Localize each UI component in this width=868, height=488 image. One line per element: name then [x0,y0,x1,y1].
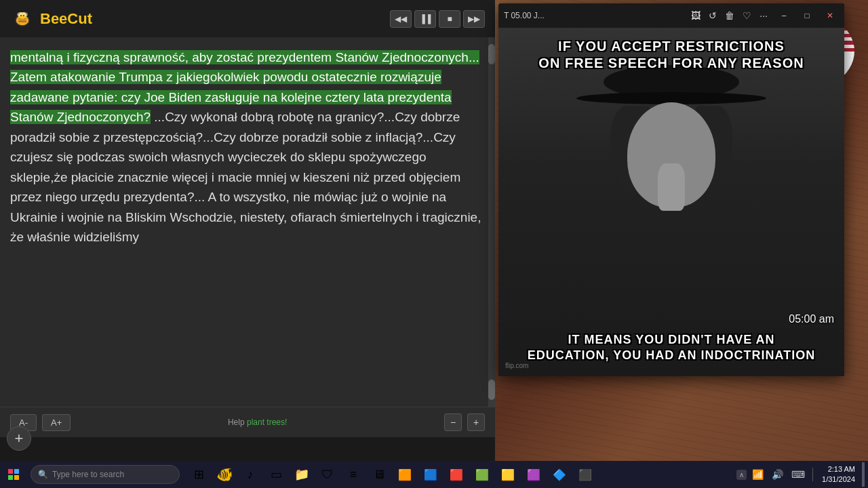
stop-button[interactable]: ■ [439,10,460,28]
add-button[interactable]: + [7,426,31,451]
tray-battery-icon[interactable]: ⌨ [789,469,808,480]
tray-network-icon[interactable]: 📶 [749,469,766,480]
svg-rect-12 [14,475,19,480]
meme-text-bottom: IT MEANS YOU DIDN'T HAVE ANEDUCATION, YO… [498,332,844,363]
playback-controls: ◀◀ ▐▐ ■ ▶▶ [390,10,485,28]
beecut-app: BeeCut ◀◀ ▐▐ ■ ▶▶ mentalną i fizyczną sp… [0,0,495,437]
article-text: mentalną i fizyczną sprawność, aby zosta… [10,47,485,247]
video-image-icon[interactable]: 🖼 [689,8,703,23]
browser-window-icon[interactable]: ▭ [264,462,288,487]
vpn-icon[interactable]: 🛡 [315,462,340,487]
bee-logo-icon [10,7,35,31]
taskbar-search-placeholder: Type here to search [52,470,124,479]
scrollbar[interactable] [488,37,495,407]
svg-rect-9 [8,469,13,474]
taskbar-search-icon: 🔍 [38,470,48,479]
app-icon-3[interactable]: 🟥 [444,462,469,487]
svg-point-8 [23,15,24,16]
video-maximize-button[interactable]: □ [798,7,816,24]
taskbar-pinned-icons: ⊞ 🐠 ♪ ▭ 📁 🛡 ≡ 🖥 🟧 🟦 🟥 🟩 🟨 🟪 🔷 ⬛ [186,462,597,487]
show-desktop-button[interactable] [862,462,865,487]
clown-fish-icon[interactable]: 🐠 [212,462,237,487]
video-player-header: T 05.00 J... 🖼 ↺ 🗑 ♡ ··· – □ ✕ [498,3,844,28]
start-button[interactable] [0,461,27,488]
video-more-icon[interactable]: ··· [757,8,770,23]
font-larger-button[interactable]: A+ [42,414,71,431]
app-icon-5[interactable]: 🟨 [496,462,520,487]
scrollbar-thumb-up[interactable] [488,44,495,64]
prev-button[interactable]: ◀◀ [390,10,412,28]
next-button[interactable]: ▶▶ [463,10,485,28]
windows-logo-icon [8,469,19,480]
menu-icon[interactable]: ≡ [341,462,366,487]
taskbar: 🔍 Type here to search ⊞ 🐠 ♪ ▭ 📁 🛡 ≡ 🖥 🟧 … [0,461,868,488]
svg-point-7 [20,15,22,16]
meme-text-top: IF YOU ACCEPT RESTRICTIONSON FREE SPEECH… [498,38,844,72]
monitor-icon[interactable]: 🖥 [367,462,391,487]
help-section: Help plant trees! [228,418,287,427]
play-pause-button[interactable]: ▐▐ [414,10,436,28]
system-clock[interactable]: 2:13 AM 1/31/2024 [818,464,859,485]
video-timestamp: 05:00 am [789,313,834,325]
zoom-controls: − + [444,413,485,431]
video-close-button[interactable]: ✕ [821,7,839,24]
app-footer: A- A+ Help plant trees! − + [0,407,495,437]
clock-time: 2:13 AM [822,464,855,474]
video-player: T 05.00 J... 🖼 ↺ 🗑 ♡ ··· – □ ✕ IF YOU AC… [498,3,844,376]
zoom-out-button[interactable]: − [444,413,462,431]
app-icon-7[interactable]: 🔷 [547,462,572,487]
zoom-in-button[interactable]: + [467,413,485,431]
file-manager-icon[interactable]: 📁 [290,462,314,487]
clock-date: 1/31/2024 [822,474,855,485]
taskbar-separator [812,468,813,481]
system-tray-icons: 📶 🔊 ⌨ [749,469,808,480]
app-icon-2[interactable]: 🟦 [418,462,443,487]
app-logo: BeeCut [10,7,92,31]
app-icon-6[interactable]: 🟪 [521,462,546,487]
app-icon-1[interactable]: 🟧 [393,462,417,487]
scrollbar-thumb-down[interactable] [488,380,495,400]
content-area: mentalną i fizyczną sprawność, aby zosta… [0,37,495,407]
app-icon-8[interactable]: ⬛ [573,462,597,487]
video-minimize-button[interactable]: – [775,7,793,24]
plant-trees-link[interactable]: plant trees! [247,418,287,427]
app-icon-4[interactable]: 🟩 [470,462,494,487]
svg-rect-10 [14,469,19,474]
taskbar-search[interactable]: 🔍 Type here to search [31,465,180,484]
video-header-icons: 🖼 ↺ 🗑 ♡ ··· [689,8,770,23]
svg-rect-11 [8,475,13,480]
video-frame[interactable]: IF YOU ACCEPT RESTRICTIONSON FREE SPEECH… [498,28,844,376]
video-favorite-icon[interactable]: ♡ [741,8,753,23]
add-section-button: + [7,426,31,451]
system-tray-overflow[interactable]: ∧ [736,470,747,480]
tray-sound-icon[interactable]: 🔊 [769,469,786,480]
app-name: BeeCut [40,10,92,28]
video-title: T 05.00 J... [504,11,684,20]
app-header: BeeCut ◀◀ ▐▐ ■ ▶▶ [0,0,495,37]
video-delete-icon[interactable]: 🗑 [723,8,736,23]
finger-gesture [658,163,685,211]
video-rewind-icon[interactable]: ↺ [707,8,719,23]
normal-text: ...Czy wykonał dobrą robotę na granicy?.… [10,110,481,244]
music-icon[interactable]: ♪ [238,462,262,487]
task-view-button[interactable]: ⊞ [186,462,211,487]
taskbar-right-area: ∧ 📶 🔊 ⌨ 2:13 AM 1/31/2024 [736,462,868,487]
video-watermark: flip.com [505,362,528,369]
svg-rect-2 [18,20,26,22]
text-display: mentalną i fizyczną sprawność, aby zosta… [0,37,495,407]
